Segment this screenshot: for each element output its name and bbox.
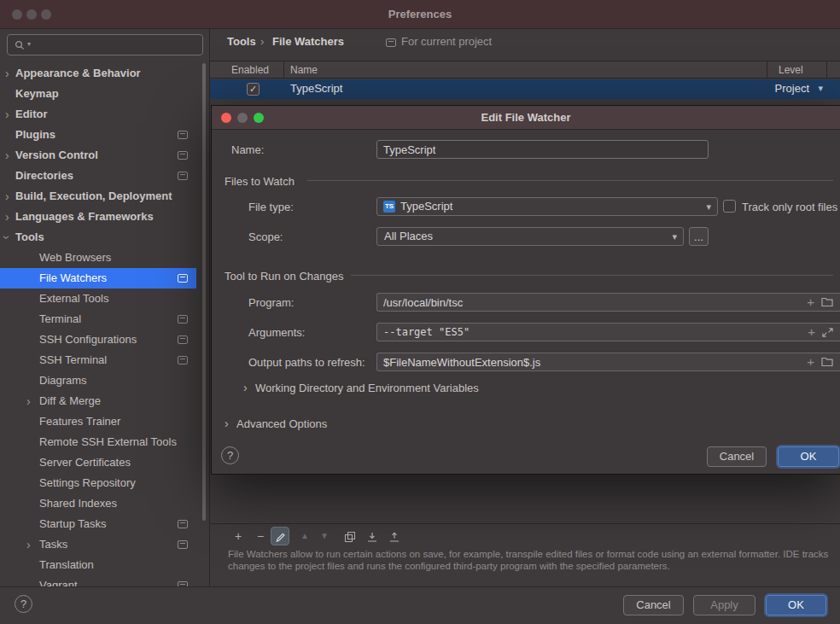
move-up-button[interactable]: ▲ [295,527,314,545]
chevron-right-icon[interactable]: › [243,381,248,394]
sidebar-item-vagrant[interactable]: Vagrant [0,575,196,586]
column-enabled[interactable]: Enabled [231,64,269,76]
sidebar-item-editor[interactable]: ›Editor [0,104,196,125]
sidebar-item-keymap[interactable]: Keymap [0,84,196,104]
watchers-table-header: Enabled Name Level [210,61,840,79]
sidebar-item-external-tools[interactable]: External Tools [0,289,196,309]
edit-pencil-icon [275,532,286,543]
edit-file-watcher-dialog: Edit File Watcher Name: Files to Watch F… [211,105,840,475]
sidebar-item-shared-indexes[interactable]: Shared Indexes [0,493,196,514]
add-watcher-button[interactable]: + [229,527,248,545]
sidebar-item-plugins[interactable]: Plugins [0,125,196,145]
sidebar-item-label: Appearance & Behavior [15,63,141,84]
watcher-row-typescript[interactable]: ✓ TypeScript Project ▾ [210,79,840,99]
chevron-down-icon[interactable]: ▾ [818,83,823,94]
sidebar-item-version-control[interactable]: ›Version Control [0,145,196,166]
section-divider [307,180,833,181]
sidebar-item-translation[interactable]: Translation [0,555,196,575]
scope-value: All Places [384,228,433,245]
export-watchers-button[interactable] [385,527,404,545]
ok-button[interactable]: OK [766,595,826,615]
window-title: Preferences [0,8,840,20]
insert-macro-icon[interactable]: + [808,325,815,339]
help-button[interactable]: ? [15,595,32,613]
sidebar-item-startup-tasks[interactable]: Startup Tasks [0,514,196,534]
arguments-field[interactable] [376,323,840,341]
sidebar-item-build-execution-deployment[interactable]: ›Build, Execution, Deployment [0,186,196,207]
cancel-button[interactable]: Cancel [623,595,684,615]
sidebar-item-file-watchers[interactable]: File Watchers [0,268,196,289]
sidebar-item-web-browsers[interactable]: Web Browsers [0,248,196,268]
dialog-help-button[interactable]: ? [221,446,239,464]
folder-browse-icon[interactable] [821,357,833,367]
column-level[interactable]: Level [779,64,803,76]
column-name[interactable]: Name [290,64,318,76]
bottom-bar: ? Cancel Apply OK [0,586,840,624]
remove-watcher-button[interactable]: − [251,527,270,545]
project-level-badge-icon [178,356,188,364]
watcher-level-dropdown[interactable]: Project [775,82,809,95]
list-divider [210,523,840,524]
advanced-options-toggle[interactable]: Advanced Options [236,417,327,430]
program-label: Program: [248,296,294,309]
sidebar-item-tasks[interactable]: ›Tasks [0,534,196,555]
sidebar-item-label: Server Certificates [39,452,131,473]
column-divider [767,61,767,78]
program-field[interactable] [376,293,840,312]
sidebar-item-features-trainer[interactable]: Features Trainer [0,411,196,432]
import-watchers-button[interactable] [363,527,382,545]
chevron-right-icon[interactable]: › [5,145,9,166]
files-to-watch-section: Files to Watch [225,175,295,188]
scope-dropdown[interactable]: All Places ▾ [376,227,684,246]
sidebar-item-tools[interactable]: ›Tools [0,227,196,248]
sidebar-item-label: Remote SSH External Tools [39,432,177,452]
output-paths-field[interactable] [376,353,840,371]
sidebar-item-server-certificates[interactable]: Server Certificates [0,452,196,473]
folder-browse-icon[interactable] [821,297,833,307]
sidebar-item-languages-frameworks[interactable]: ›Languages & Frameworks [0,207,196,227]
sidebar-item-ssh-configurations[interactable]: SSH Configurations [0,329,196,350]
sidebar-item-settings-repository[interactable]: Settings Repository [0,473,196,493]
breadcrumb-separator: › [260,35,264,48]
file-type-dropdown[interactable]: TS TypeScript ▾ [376,197,718,216]
move-down-button[interactable]: ▼ [315,527,334,545]
edit-watcher-button[interactable] [271,527,289,545]
chevron-right-icon[interactable]: › [5,104,9,125]
track-only-root-checkbox[interactable] [723,200,736,213]
track-only-root-label[interactable]: Track only root files [742,201,837,213]
sidebar-item-diagrams[interactable]: Diagrams [0,370,196,391]
sidebar-item-ssh-terminal[interactable]: SSH Terminal [0,350,196,370]
output-field-icons: + [807,355,833,369]
dialog-cancel-button[interactable]: Cancel [707,446,767,467]
duplicate-icon [344,531,356,543]
chevron-right-icon[interactable]: › [5,207,9,227]
sidebar-item-remote-ssh-external-tools[interactable]: Remote SSH External Tools [0,432,196,452]
scope-browse-button[interactable]: ... [689,227,709,246]
chevron-right-icon[interactable]: › [5,186,9,207]
apply-button[interactable]: Apply [693,595,755,615]
sidebar-item-label: Features Trainer [39,411,120,432]
expand-icon[interactable] [822,327,833,338]
breadcrumb-root[interactable]: Tools [227,35,256,48]
section-divider [351,275,833,276]
import-icon [366,531,378,543]
project-level-badge-icon [178,131,188,139]
sidebar-scrollbar[interactable] [202,63,206,521]
chevron-right-icon[interactable]: › [26,391,31,411]
insert-macro-icon[interactable]: + [807,355,814,369]
insert-macro-icon[interactable]: + [807,295,814,309]
tool-to-run-section: Tool to Run on Changes [225,270,343,283]
sidebar-item-terminal[interactable]: Terminal [0,309,196,329]
working-directory-toggle[interactable]: Working Directory and Environment Variab… [255,382,479,394]
sidebar-item-directories[interactable]: Directories [0,166,196,186]
chevron-right-icon[interactable]: › [225,417,229,430]
chevron-right-icon[interactable]: › [26,534,31,555]
dialog-ok-button[interactable]: OK [778,446,839,467]
chevron-right-icon[interactable]: › [5,63,9,84]
name-field[interactable] [376,140,709,159]
sidebar-item-diff-merge[interactable]: ›Diff & Merge [0,391,196,411]
duplicate-watcher-button[interactable] [341,527,359,545]
sidebar-item-appearance-behavior[interactable]: ›Appearance & Behavior [0,63,196,84]
enabled-checkbox[interactable]: ✓ [247,83,260,96]
project-level-badge-icon [178,151,188,160]
